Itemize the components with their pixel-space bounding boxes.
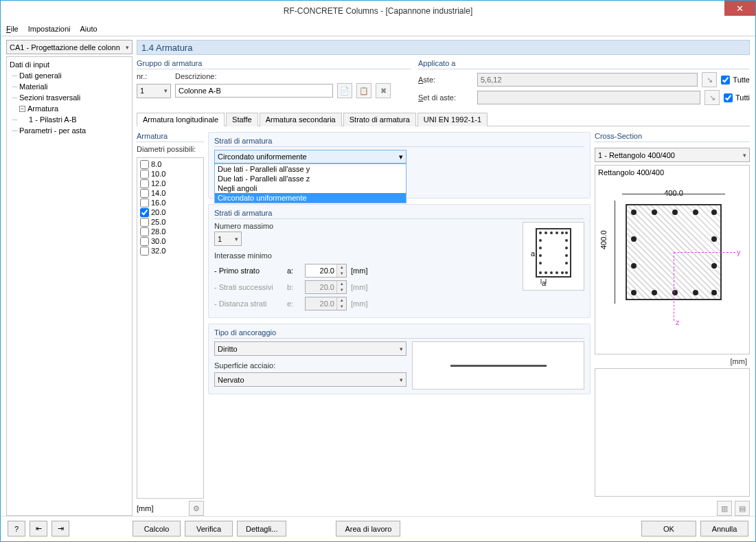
svg-point-9 (550, 271, 553, 274)
diameter-option[interactable]: 14.0 (140, 188, 201, 198)
tree-item[interactable]: Dati generali (10, 70, 129, 81)
svg-point-6 (565, 232, 568, 234)
aste-input[interactable] (477, 73, 698, 87)
cancel-button[interactable]: Annulla (700, 521, 748, 537)
section-title: Tipo di ancoraggio (214, 328, 584, 339)
tree-item[interactable]: Materiali (10, 81, 129, 92)
interasse-label: Interasse minimo (214, 251, 516, 260)
cs-btn-1[interactable]: ▥ (717, 501, 732, 516)
a-spinner[interactable]: ▴▾ (305, 264, 347, 278)
set-input[interactable] (477, 91, 700, 104)
details-button[interactable]: Dettagli... (237, 521, 286, 537)
nav-tree[interactable]: Dati di input Dati generali Materiali Se… (6, 56, 133, 516)
diameter-option[interactable]: 16.0 (140, 198, 201, 207)
next-button[interactable]: ⇥ (51, 521, 69, 537)
tree-item[interactable]: Sezioni trasversali (10, 92, 129, 103)
tab-norm[interactable]: UNI EN 1992-1-1 (417, 113, 488, 126)
group-header: Applicato a (418, 59, 750, 69)
dropdown-option[interactable]: Negli angoli (215, 183, 406, 193)
anchor-type-combo[interactable]: Diritto▾ (214, 341, 406, 356)
diameter-option[interactable]: 10.0 (140, 169, 201, 179)
svg-point-18 (565, 247, 568, 249)
tree-root[interactable]: Dati di input (10, 59, 129, 70)
tab-secondaria[interactable]: Armatura secondaria (260, 113, 342, 126)
svg-point-1 (539, 232, 542, 234)
prev-button[interactable]: ⇤ (30, 521, 47, 537)
ok-button[interactable]: OK (641, 521, 696, 537)
svg-text:a: a (542, 279, 547, 287)
svg-point-15 (539, 254, 542, 257)
tab-staffe[interactable]: Staffe (226, 113, 258, 126)
svg-point-7 (539, 271, 542, 274)
diameter-list[interactable]: 8.010.012.014.016.020.025.028.030.032.0 (137, 157, 204, 499)
cs-btn-2[interactable]: ▤ (735, 501, 750, 516)
diameter-option[interactable]: 20.0 (140, 207, 201, 217)
dropdown-option[interactable]: Circondato uniformemente (215, 193, 406, 203)
diameter-option[interactable]: 32.0 (140, 246, 201, 256)
group-header: Gruppo di armatura (137, 59, 411, 69)
tab-longitudinal[interactable]: Armatura longitudinale (137, 113, 225, 126)
dropdown-option[interactable]: Due lati - Paralleli all'asse z (215, 174, 406, 183)
dropdown-option[interactable]: Due lati - Paralleli all'asse y (215, 164, 406, 174)
layout-preview: a a (523, 222, 584, 291)
svg-point-8 (545, 271, 547, 274)
cs-info-box (595, 368, 750, 497)
pick-icon[interactable]: ↘ (702, 72, 717, 87)
diameter-option[interactable]: 8.0 (140, 159, 201, 169)
diameter-option[interactable]: 28.0 (140, 227, 201, 236)
svg-point-16 (539, 262, 542, 264)
workspace-button[interactable]: Area di lavoro (336, 521, 400, 537)
pick-icon[interactable]: ↘ (705, 90, 720, 105)
desc-input[interactable] (175, 84, 333, 98)
tree-item[interactable]: −Armatura (10, 103, 129, 114)
verify-button[interactable]: Verifica (185, 521, 233, 537)
surface-combo[interactable]: Nervato▾ (214, 372, 406, 387)
diameter-option[interactable]: 25.0 (140, 217, 201, 227)
svg-point-20 (565, 262, 568, 264)
cs-combo[interactable]: 1 - Rettangolo 400/400▾ (595, 148, 750, 162)
copy-icon[interactable]: 📋 (356, 83, 371, 98)
calc-button[interactable]: Calcolo (133, 521, 181, 537)
menu-file[interactable]: File (6, 25, 19, 33)
menu-help[interactable]: Aiuto (80, 25, 98, 33)
all-set-check[interactable]: Tutti (724, 93, 750, 102)
help-button[interactable]: ? (8, 521, 25, 537)
section-title: Armatura (137, 132, 204, 142)
nummax-label: Numero massimo (214, 222, 516, 230)
tab-strato[interactable]: Strato di armatura (343, 113, 416, 126)
close-button[interactable]: ✕ (724, 1, 755, 16)
new-icon[interactable]: 📄 (337, 83, 352, 98)
svg-point-10 (555, 271, 558, 274)
case-combo[interactable]: CA1 - Progettazione delle colonn ▾ (6, 40, 133, 54)
all-aste-check[interactable]: Tutte (721, 76, 750, 84)
b-spinner: ▴▾ (305, 280, 347, 294)
diameter-option[interactable]: 12.0 (140, 179, 201, 188)
diameter-option[interactable]: 30.0 (140, 236, 201, 246)
svg-point-12 (565, 271, 568, 274)
surf-label: Superficie acciaio: (214, 361, 406, 370)
footer: ? ⇤ ⇥ Calcolo Verifica Dettagli... Area … (1, 516, 755, 541)
svg-point-17 (565, 239, 568, 242)
dropdown-list[interactable]: Due lati - Paralleli all'asse y Due lati… (214, 163, 406, 203)
title-bar: RF-CONCRETE Columns - [Capannone industr… (1, 1, 755, 21)
delete-icon[interactable]: ✖ (376, 83, 391, 98)
tabs: Armatura longitudinale Staffe Armatura s… (137, 112, 750, 126)
menu-settings[interactable]: Impostazioni (28, 25, 71, 33)
svg-point-4 (555, 232, 558, 234)
nummax-combo[interactable]: 1▾ (214, 232, 242, 246)
layout-dropdown[interactable]: Circondato uniformemente▾ Due lati - Par… (214, 150, 584, 163)
settings-icon[interactable]: ⚙ (189, 501, 204, 516)
menu-bar: File Impostazioni Aiuto (1, 21, 755, 36)
cross-section-view: Rettangolo 400/400 400.0 400.0 (595, 165, 750, 354)
set-label: Set di aste: (418, 93, 473, 102)
tree-item[interactable]: Parametri - per asta (10, 125, 129, 136)
svg-point-14 (539, 247, 542, 249)
svg-point-13 (539, 239, 542, 242)
window-title: RF-CONCRETE Columns - [Capannone industr… (284, 6, 472, 16)
tree-item[interactable]: 1 - Pilastri A-B (10, 114, 129, 125)
desc-label: Descrizione: (175, 72, 217, 80)
svg-point-2 (545, 232, 547, 234)
section-title: Strati di armatura (214, 137, 584, 147)
svg-point-3 (550, 232, 553, 234)
nr-combo[interactable]: 1▾ (137, 84, 171, 98)
